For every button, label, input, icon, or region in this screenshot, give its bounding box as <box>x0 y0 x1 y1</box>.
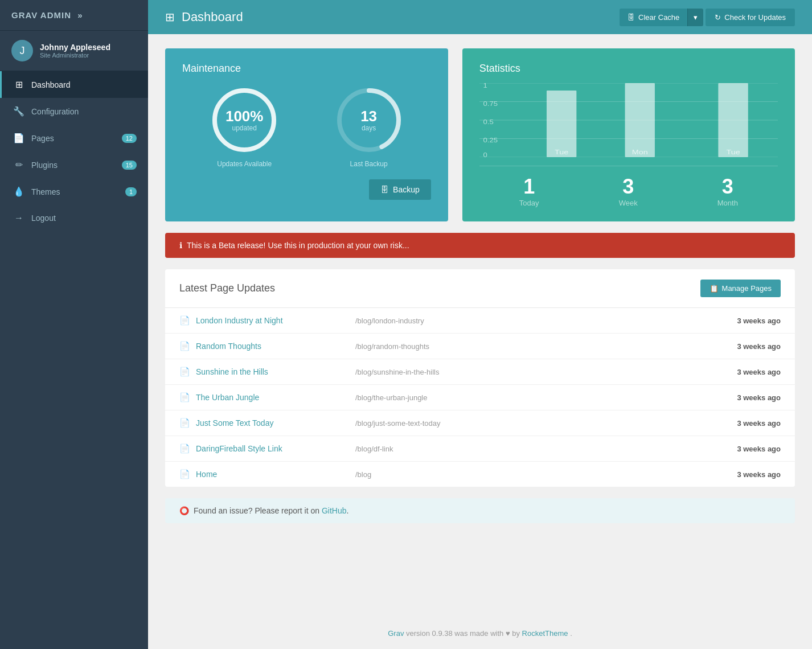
sidebar-label-configuration: Configuration <box>31 107 79 116</box>
github-icon: ⭕ <box>179 506 189 515</box>
statistics-card: Statistics 1 0.75 0.5 0.25 0 <box>462 48 795 221</box>
beta-text: This is a Beta release! Use this in prod… <box>187 241 409 250</box>
page-file-icon: 📄 <box>179 443 190 454</box>
gauge-updates-label: Updates Available <box>210 160 278 168</box>
github-banner: ⭕ Found an issue? Please report it on Gi… <box>165 498 795 523</box>
warning-icon: ℹ <box>179 241 182 250</box>
gauge-updates: 100% updated Updates Available <box>210 86 278 168</box>
sidebar: GRAV ADMIN » J Johnny Appleseed Site Adm… <box>0 0 148 649</box>
themes-badge: 1 <box>125 187 137 196</box>
page-path: /blog/london-industry <box>355 317 737 325</box>
table-row: 📄 London Industry at Night /blog/london-… <box>165 308 795 334</box>
content-area: Maintenance 100% updated Updates Availa <box>148 34 812 618</box>
gauge-backup-value: 13 <box>360 108 377 125</box>
sidebar-brand[interactable]: GRAV ADMIN » <box>0 0 148 31</box>
page-file-icon: 📄 <box>179 392 190 402</box>
refresh-icon: ↻ <box>715 13 721 22</box>
plugins-badge: 15 <box>122 161 137 170</box>
statistics-title: Statistics <box>479 63 778 75</box>
svg-text:Mon: Mon <box>632 149 648 156</box>
page-time: 3 weeks ago <box>737 470 781 479</box>
page-file-icon: 📄 <box>179 341 190 351</box>
clear-cache-button[interactable]: 🗄 Clear Cache <box>620 9 687 26</box>
page-title-area: ⊞ Dashboard <box>165 10 243 24</box>
page-time: 3 weeks ago <box>737 419 781 428</box>
clear-cache-label: Clear Cache <box>638 13 679 22</box>
user-name: Johnny Appleseed <box>40 43 110 52</box>
footer-text: version 0.9.38 was made with ♥ by <box>406 629 522 638</box>
pages-panel: Latest Page Updates 📋 Manage Pages 📄 Lon… <box>165 269 795 487</box>
avatar-initial: J <box>20 45 25 57</box>
dashboard-icon: ⊞ <box>13 79 24 90</box>
svg-text:Tue: Tue <box>726 149 740 156</box>
brand-chevron: » <box>77 10 83 20</box>
sidebar-item-pages[interactable]: 📄 Pages 12 <box>0 125 148 151</box>
table-row: 📄 Just Some Text Today /blog/just-some-t… <box>165 410 795 436</box>
check-updates-label: Check for Updates <box>724 13 786 22</box>
user-role: Site Administrator <box>40 52 110 59</box>
sidebar-item-configuration[interactable]: 🔧 Configuration <box>0 98 148 125</box>
sidebar-item-logout[interactable]: → Logout <box>0 205 148 231</box>
page-name-link[interactable]: Just Some Text Today <box>196 418 355 428</box>
avatar: J <box>11 40 33 61</box>
stat-month: 3 Month <box>717 175 738 207</box>
sidebar-label-logout: Logout <box>31 213 56 223</box>
header-grid-icon: ⊞ <box>165 10 175 24</box>
github-link[interactable]: GitHub <box>322 506 347 515</box>
page-name-link[interactable]: The Urban Jungle <box>196 393 355 402</box>
svg-text:0: 0 <box>483 152 487 157</box>
check-updates-button[interactable]: ↻ Check for Updates <box>706 9 795 26</box>
gauge-updates-circle: 100% updated <box>210 86 278 154</box>
stat-week: 3 Week <box>619 175 638 207</box>
logout-icon: → <box>13 213 24 223</box>
stat-today: 1 Today <box>519 175 539 207</box>
svg-text:0.5: 0.5 <box>483 119 493 125</box>
statistics-chart: 1 0.75 0.5 0.25 0 Tue Mon Tue <box>479 83 778 157</box>
page-name-link[interactable]: DaringFireball Style Link <box>196 444 355 453</box>
sidebar-item-dashboard[interactable]: ⊞ Dashboard <box>0 71 148 98</box>
chevron-down-icon: ▾ <box>694 13 698 22</box>
backup-button[interactable]: 🗄 Backup <box>369 179 431 200</box>
page-file-icon: 📄 <box>179 418 190 428</box>
manage-pages-button[interactable]: 📋 Manage Pages <box>700 280 781 297</box>
clear-cache-dropdown-button[interactable]: ▾ <box>687 9 703 26</box>
svg-text:0.25: 0.25 <box>483 137 497 143</box>
gauge-updates-sub: updated <box>232 124 257 132</box>
page-path: /blog/df-link <box>355 445 737 453</box>
page-name-link[interactable]: Home <box>196 470 355 479</box>
beta-banner: ℹ This is a Beta release! Use this in pr… <box>165 233 795 258</box>
pages-panel-title: Latest Page Updates <box>179 282 275 294</box>
page-path: /blog/sunshine-in-the-hills <box>355 368 737 376</box>
brand-title: GRAV ADMIN <box>11 10 71 20</box>
sidebar-label-pages: Pages <box>31 134 54 143</box>
maintenance-footer: 🗄 Backup <box>182 179 431 200</box>
database-icon: 🗄 <box>628 13 635 22</box>
svg-rect-18 <box>718 83 748 157</box>
stat-week-label: Week <box>619 199 638 207</box>
page-path: /blog <box>355 470 737 479</box>
svg-text:1: 1 <box>483 83 487 89</box>
stat-today-label: Today <box>519 199 539 207</box>
gauge-backup-label: Last Backup <box>335 160 403 168</box>
page-name-link[interactable]: Sunshine in the Hills <box>196 367 355 376</box>
page-path: /blog/just-some-text-today <box>355 419 737 428</box>
svg-rect-14 <box>547 91 576 157</box>
rockettheme-link[interactable]: RocketTheme <box>522 629 568 638</box>
sidebar-item-themes[interactable]: 💧 Themes 1 <box>0 178 148 205</box>
page-file-icon: 📄 <box>179 367 190 377</box>
sidebar-item-plugins[interactable]: ✏ Plugins 15 <box>0 151 148 178</box>
svg-rect-16 <box>625 83 654 157</box>
gauge-backup-sub: days <box>362 124 376 132</box>
chart-area: 1 0.75 0.5 0.25 0 Tue Mon Tue <box>479 83 778 157</box>
manage-pages-icon: 📋 <box>710 284 719 293</box>
page-name-link[interactable]: London Industry at Night <box>196 316 355 325</box>
svg-text:0.75: 0.75 <box>483 101 497 107</box>
github-text: Found an issue? Please report it on GitH… <box>194 506 348 515</box>
page-path: /blog/random-thoughts <box>355 342 737 351</box>
stat-week-value: 3 <box>619 175 638 199</box>
table-row: 📄 The Urban Jungle /blog/the-urban-jungl… <box>165 385 795 410</box>
page-name-link[interactable]: Random Thoughts <box>196 342 355 351</box>
grav-link[interactable]: Grav <box>388 629 404 638</box>
page-time: 3 weeks ago <box>737 342 781 351</box>
gauges-row: 100% updated Updates Available 13 <box>182 86 431 168</box>
